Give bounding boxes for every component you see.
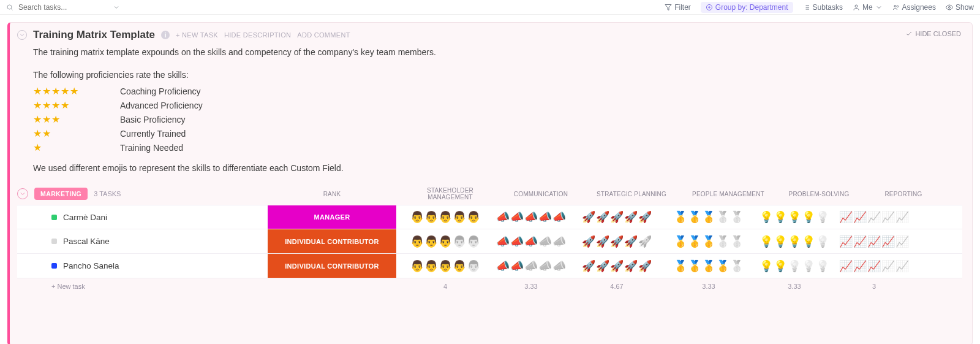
communication-icon: 📣 [538, 212, 552, 223]
subtasks-icon [803, 4, 810, 11]
col-header-stakeholder[interactable]: STAKEHOLDER MANAGEMENT [404, 187, 496, 201]
subtasks-label: Subtasks [813, 3, 843, 12]
skill-cell-reporting[interactable]: 📈📈📈📈📈 [834, 254, 914, 278]
problem-icon: 💡 [774, 236, 787, 247]
proficiency-label: Basic Proficiency [120, 115, 186, 124]
stakeholder-icon: 👨 [439, 212, 452, 223]
avg-communication: 3.33 [491, 283, 571, 290]
task-name-cell[interactable]: Pancho Sanela [17, 261, 265, 270]
reporting-icon: 📈 [839, 261, 853, 272]
stakeholder-icon: 👨 [424, 236, 438, 247]
task-row[interactable]: Pascal KāneINDIVIDUAL CONTRIBUTOR👨👨👨👨👨📣📣… [17, 229, 962, 254]
task-status-square[interactable] [51, 263, 57, 269]
strategic-icon: 🚀 [596, 236, 609, 247]
hide-closed-button[interactable]: HIDE CLOSED [905, 30, 961, 37]
me-button[interactable]: Me [853, 3, 883, 12]
training-matrix-panel: Training Matrix Template i + NEW TASK HI… [7, 22, 973, 344]
check-icon [905, 30, 913, 37]
proficiency-label: Training Needed [120, 143, 183, 153]
skill-cell-reporting[interactable]: 📈📈📈📈📈 [834, 229, 914, 253]
task-row[interactable]: Carmè DaniMANAGER👨👨👨👨👨📣📣📣📣📣🚀🚀🚀🚀🚀🥇🥇🥇🥇🥇💡💡💡… [17, 205, 962, 229]
skill-cell-strategic[interactable]: 🚀🚀🚀🚀🚀 [571, 229, 663, 253]
skill-cell-strategic[interactable]: 🚀🚀🚀🚀🚀 [571, 205, 663, 229]
strategic-icon: 🚀 [624, 261, 638, 272]
skill-cell-problem[interactable]: 💡💡💡💡💡 [755, 205, 834, 229]
skill-cell-strategic[interactable]: 🚀🚀🚀🚀🚀 [571, 254, 663, 278]
stakeholder-icon: 👨 [439, 236, 452, 247]
person-icon [853, 4, 860, 11]
reporting-icon: 📈 [867, 212, 881, 223]
search-input[interactable] [17, 2, 109, 12]
task-name-cell[interactable]: Pascal Kāne [17, 237, 265, 246]
people-icon: 🥇 [716, 212, 729, 223]
search-box[interactable] [6, 2, 120, 12]
task-row[interactable]: Pancho SanelaINDIVIDUAL CONTRIBUTOR👨👨👨👨👨… [17, 254, 962, 278]
col-header-reporting[interactable]: REPORTING [864, 191, 943, 197]
reporting-icon: 📈 [881, 212, 895, 223]
new-task-button[interactable]: + NEW TASK [176, 31, 218, 39]
task-name-cell[interactable]: Carmè Dani [17, 213, 265, 222]
group-name-pill[interactable]: MARKETING [34, 188, 88, 200]
group-collapse-toggle[interactable] [17, 188, 28, 199]
star-rating: ★★★★ [33, 99, 107, 111]
stakeholder-icon: 👨 [410, 212, 424, 223]
communication-icon: 📣 [538, 236, 552, 247]
info-icon[interactable]: i [161, 31, 170, 39]
col-header-strategic[interactable]: STRATEGIC PLANNING [586, 191, 677, 197]
skill-cell-communication[interactable]: 📣📣📣📣📣 [491, 205, 571, 229]
strategic-icon: 🚀 [582, 261, 595, 272]
assignees-button[interactable]: Assignees [892, 3, 936, 12]
skill-cell-stakeholder[interactable]: 👨👨👨👨👨 [399, 205, 491, 229]
people-icon [892, 4, 900, 11]
communication-icon: 📣 [496, 236, 510, 247]
group-by-label: Group by: Department [715, 3, 788, 12]
skill-cell-reporting[interactable]: 📈📈📈📈📈 [834, 205, 914, 229]
toolbar-right: Filter Group by: Department Subtasks Me … [665, 2, 974, 13]
star-rating: ★★ [33, 128, 107, 139]
strategic-icon: 🚀 [582, 236, 595, 247]
search-icon [6, 4, 13, 11]
col-header-rank[interactable]: RANK [265, 191, 399, 197]
problem-icon: 💡 [788, 261, 801, 272]
communication-icon: 📣 [510, 212, 524, 223]
skill-cell-stakeholder[interactable]: 👨👨👨👨👨 [399, 229, 491, 253]
skill-cell-communication[interactable]: 📣📣📣📣📣 [491, 254, 571, 278]
reporting-icon: 📈 [839, 212, 853, 223]
skill-cell-people[interactable]: 🥇🥇🥇🥇🥇 [663, 254, 755, 278]
proficiency-label: Coaching Proficiency [120, 86, 201, 96]
avg-problem: 3.33 [755, 283, 834, 290]
communication-icon: 📣 [524, 261, 538, 272]
stakeholder-icon: 👨 [424, 261, 438, 272]
task-status-square[interactable] [51, 239, 57, 244]
col-header-communication[interactable]: COMMUNICATION [501, 191, 581, 197]
skill-cell-communication[interactable]: 📣📣📣📣📣 [491, 229, 571, 253]
hide-description-button[interactable]: HIDE DESCRIPTION [224, 31, 291, 39]
stakeholder-icon: 👨 [467, 236, 480, 247]
new-task-inline-button[interactable]: + New task [17, 283, 265, 290]
rank-cell[interactable]: INDIVIDUAL CONTRIBUTOR [265, 229, 399, 253]
strategic-icon: 🚀 [596, 261, 609, 272]
task-name-label: Carmè Dani [63, 213, 107, 222]
problem-icon: 💡 [788, 236, 801, 247]
group-by-button[interactable]: Group by: Department [701, 2, 793, 13]
skill-cell-people[interactable]: 🥇🥇🥇🥇🥇 [663, 229, 755, 253]
strategic-icon: 🚀 [596, 212, 609, 223]
skill-cell-problem[interactable]: 💡💡💡💡💡 [755, 229, 834, 253]
add-comment-button[interactable]: ADD COMMENT [297, 31, 350, 39]
chevron-down-icon[interactable] [113, 4, 120, 11]
skill-cell-stakeholder[interactable]: 👨👨👨👨👨 [399, 254, 491, 278]
rank-cell[interactable]: INDIVIDUAL CONTRIBUTOR [265, 254, 399, 278]
subtasks-button[interactable]: Subtasks [803, 3, 843, 12]
skill-cell-people[interactable]: 🥇🥇🥇🥇🥇 [663, 205, 755, 229]
show-button[interactable]: Show [946, 3, 974, 12]
skill-cell-problem[interactable]: 💡💡💡💡💡 [755, 254, 834, 278]
filter-label: Filter [674, 3, 691, 12]
communication-icon: 📣 [552, 261, 566, 272]
people-icon: 🥇 [730, 236, 744, 247]
col-header-problem[interactable]: PROBLEM-SOLVING [779, 191, 859, 197]
panel-collapse-toggle[interactable] [17, 30, 27, 40]
col-header-people[interactable]: PEOPLE MANAGEMENT [682, 191, 774, 197]
rank-cell[interactable]: MANAGER [265, 205, 399, 229]
filter-button[interactable]: Filter [665, 3, 691, 12]
task-status-square[interactable] [51, 215, 57, 220]
